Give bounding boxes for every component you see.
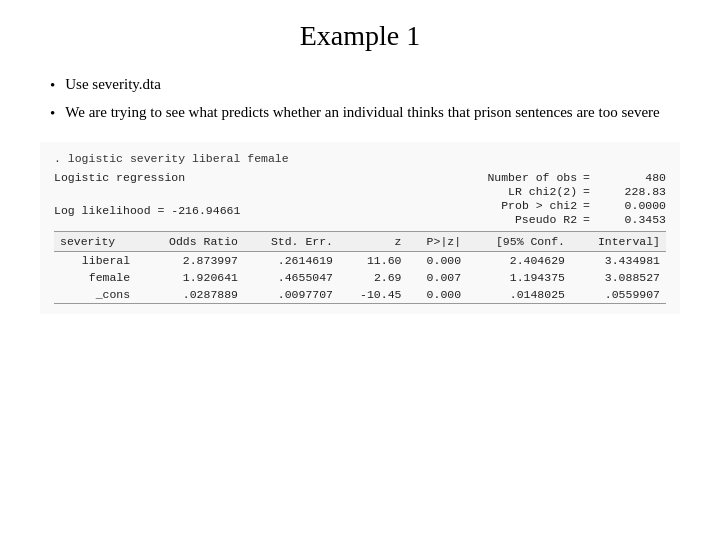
stat-eq: = <box>583 185 590 198</box>
stat-row: Number of obs = 480 <box>487 171 666 184</box>
bullet-dot: • <box>50 103 55 124</box>
cell-z: -10.45 <box>339 286 407 304</box>
col-header-var: severity <box>54 232 140 252</box>
cell-p: 0.007 <box>407 269 467 286</box>
stat-label: Pseudo R2 <box>515 213 577 226</box>
stata-model-label: Logistic regression Log likelihood = -21… <box>54 171 240 227</box>
stat-row: Pseudo R2 = 0.3453 <box>487 213 666 226</box>
stat-value: 0.3453 <box>596 213 666 226</box>
cell-or: 2.873997 <box>140 252 244 270</box>
cell-or: 1.920641 <box>140 269 244 286</box>
list-item: • Use severity.dta <box>50 74 680 96</box>
stat-eq: = <box>583 213 590 226</box>
page-title: Example 1 <box>40 20 680 52</box>
stat-label: LR chi2(2) <box>508 185 577 198</box>
cell-ci-high: .0559907 <box>571 286 666 304</box>
col-header-p: P>|z| <box>407 232 467 252</box>
table-row: female 1.920641 .4655047 2.69 0.007 1.19… <box>54 269 666 286</box>
bullet-text-1: Use severity.dta <box>65 74 161 95</box>
cell-se: .2614619 <box>244 252 339 270</box>
stat-row: Prob > chi2 = 0.0000 <box>487 199 666 212</box>
cell-or: .0287889 <box>140 286 244 304</box>
stat-value: 480 <box>596 171 666 184</box>
bullets-list: • Use severity.dta • We are trying to se… <box>50 74 680 124</box>
cell-z: 2.69 <box>339 269 407 286</box>
bullet-text-2: We are trying to see what predicts wheth… <box>65 102 659 123</box>
cell-var: liberal <box>54 252 140 270</box>
stata-stats: Number of obs = 480 LR chi2(2) = 228.83 … <box>487 171 666 227</box>
stat-label: Prob > chi2 <box>501 199 577 212</box>
list-item: • We are trying to see what predicts whe… <box>50 102 680 124</box>
stat-eq: = <box>583 171 590 184</box>
stata-table-wrapper: severity Odds Ratio Std. Err. z P>|z| [9… <box>54 231 666 304</box>
col-header-or: Odds Ratio <box>140 232 244 252</box>
cell-ci-high: 3.434981 <box>571 252 666 270</box>
cell-ci-low: 1.194375 <box>467 269 571 286</box>
stat-label: Number of obs <box>487 171 577 184</box>
cell-ci-high: 3.088527 <box>571 269 666 286</box>
stata-output-block: . logistic severity liberal female Logis… <box>40 142 680 314</box>
cell-p: 0.000 <box>407 252 467 270</box>
page: Example 1 • Use severity.dta • We are tr… <box>0 0 720 540</box>
cell-se: .0097707 <box>244 286 339 304</box>
stat-value: 0.0000 <box>596 199 666 212</box>
table-row: _cons .0287889 .0097707 -10.45 0.000 .01… <box>54 286 666 304</box>
table-header-row: severity Odds Ratio Std. Err. z P>|z| [9… <box>54 232 666 252</box>
cell-se: .4655047 <box>244 269 339 286</box>
col-header-ci-low: [95% Conf. <box>467 232 571 252</box>
col-header-z: z <box>339 232 407 252</box>
cell-ci-low: .0148025 <box>467 286 571 304</box>
stat-eq: = <box>583 199 590 212</box>
stat-row: LR chi2(2) = 228.83 <box>487 185 666 198</box>
regression-table: severity Odds Ratio Std. Err. z P>|z| [9… <box>54 231 666 304</box>
stat-value: 228.83 <box>596 185 666 198</box>
log-likelihood: Log likelihood = -216.94661 <box>54 204 240 217</box>
cell-z: 11.60 <box>339 252 407 270</box>
stata-command: . logistic severity liberal female <box>54 152 666 165</box>
col-header-se: Std. Err. <box>244 232 339 252</box>
cell-ci-low: 2.404629 <box>467 252 571 270</box>
bullet-dot: • <box>50 75 55 96</box>
cell-var: _cons <box>54 286 140 304</box>
table-row: liberal 2.873997 .2614619 11.60 0.000 2.… <box>54 252 666 270</box>
cell-var: female <box>54 269 140 286</box>
model-name: Logistic regression <box>54 171 240 184</box>
col-header-ci-high: Interval] <box>571 232 666 252</box>
cell-p: 0.000 <box>407 286 467 304</box>
